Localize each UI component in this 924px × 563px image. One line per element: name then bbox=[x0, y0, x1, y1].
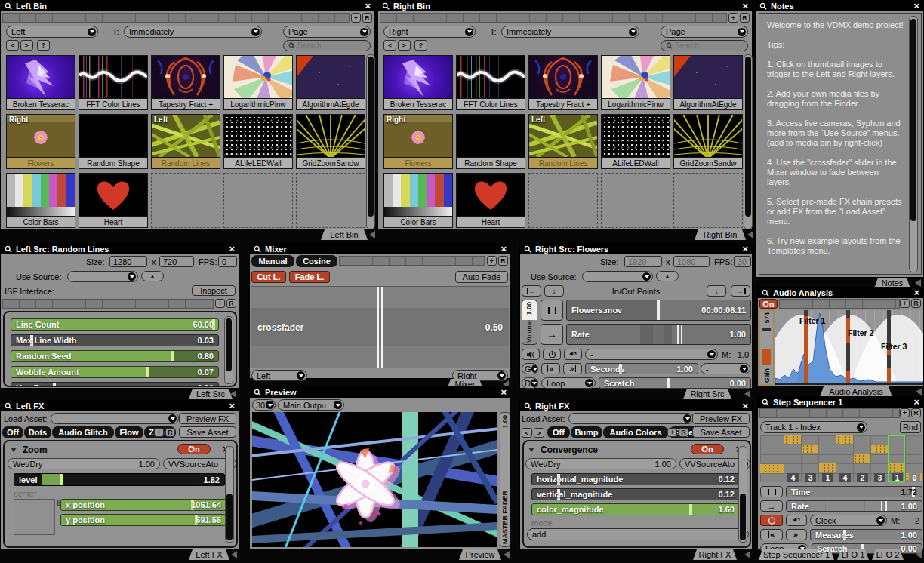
add-page-button[interactable]: + bbox=[728, 13, 738, 23]
color-magnitude-slider[interactable]: color_magnitude1.60 bbox=[531, 503, 740, 515]
next-page-button[interactable]: > bbox=[398, 40, 411, 51]
filter-2-label[interactable]: Filter 2 bbox=[848, 328, 873, 337]
add-page-button[interactable]: + bbox=[351, 13, 361, 23]
width-field[interactable]: 1920 bbox=[624, 256, 662, 267]
save-asset-button[interactable]: Save Asset bbox=[179, 426, 236, 438]
close-icon[interactable]: × bbox=[913, 289, 919, 297]
height-field[interactable]: 720 bbox=[159, 256, 194, 267]
search-input[interactable]: Search bbox=[661, 40, 748, 51]
prev-fx-preset-button[interactable]: < bbox=[522, 428, 532, 438]
crossfader-handle[interactable] bbox=[377, 287, 379, 368]
clock-sync-button[interactable] bbox=[543, 349, 561, 360]
collapse-triangle[interactable] bbox=[747, 231, 753, 238]
thumb-grid-zoom[interactable] bbox=[673, 114, 743, 158]
thumb-logarithmic-pinwheel[interactable] bbox=[223, 55, 293, 99]
crossfader-handle[interactable] bbox=[381, 287, 383, 368]
right-bin-window-tab[interactable]: Right Bin bbox=[695, 229, 746, 240]
add-preset-button[interactable]: + bbox=[900, 408, 910, 417]
clock-select[interactable]: Clock bbox=[810, 515, 887, 526]
next-step-button[interactable]: » bbox=[786, 529, 807, 540]
media-cell-triggered[interactable]: Left Random Lines bbox=[528, 114, 598, 169]
media-cell[interactable]: Heart bbox=[79, 173, 148, 228]
thumb-tapestry-fract[interactable] bbox=[528, 55, 598, 99]
thumb-algorithm-at-edge[interactable] bbox=[673, 55, 743, 99]
media-cell[interactable]: FFT Color Lines bbox=[79, 55, 148, 110]
use-source-select[interactable]: - bbox=[67, 271, 138, 282]
layer-select[interactable]: Right bbox=[383, 26, 476, 38]
set-out-button[interactable]: ↓ bbox=[707, 285, 726, 297]
left-bin-window-tab[interactable]: Left Bin bbox=[321, 229, 368, 240]
wobble-amount-slider[interactable]: Wobble Amount0.07 bbox=[11, 366, 219, 378]
close-icon[interactable]: × bbox=[742, 402, 748, 410]
loop-mode-button[interactable]: ↶ bbox=[564, 349, 582, 360]
movie-time-slider[interactable]: Flowers.mov 00:00:06.11 bbox=[566, 300, 751, 321]
expander-icon[interactable] bbox=[528, 448, 534, 452]
close-icon[interactable]: × bbox=[365, 2, 371, 10]
gain-slider[interactable]: 574 Gain bbox=[759, 310, 774, 385]
rename-preset-button[interactable]: R bbox=[911, 299, 921, 308]
next-fx-preset-button[interactable]: > bbox=[534, 428, 544, 438]
help-button[interactable]: ? bbox=[37, 40, 50, 51]
notes-scrollbar[interactable] bbox=[909, 16, 918, 272]
fx-preset-flow[interactable]: Flow bbox=[115, 426, 143, 438]
play-direction-button[interactable]: → bbox=[760, 500, 783, 512]
thumb-tapestry-fract[interactable] bbox=[151, 55, 220, 99]
auto-fade-button[interactable]: Auto Fade bbox=[455, 271, 508, 283]
media-cell[interactable]: AlgorithmAtEgde bbox=[673, 55, 743, 110]
beat-source-select[interactable]: - bbox=[701, 363, 750, 374]
horizontal-magnitude-slider[interactable]: horizontal_magnitude0.12 bbox=[531, 473, 740, 485]
close-icon[interactable]: × bbox=[500, 389, 507, 396]
add-preset-button[interactable]: + bbox=[215, 299, 225, 308]
close-icon[interactable]: × bbox=[742, 2, 748, 10]
height-field[interactable]: 1080 bbox=[673, 256, 710, 267]
scratch-slider[interactable]: Scratch0.00 bbox=[599, 377, 751, 389]
media-cell[interactable]: Color Bars bbox=[383, 173, 453, 228]
clock-sync-button[interactable] bbox=[760, 515, 783, 526]
next-page-button[interactable]: > bbox=[20, 40, 33, 51]
rename-preset-button[interactable]: R bbox=[226, 299, 236, 308]
rename-preset-button[interactable]: R bbox=[498, 256, 508, 266]
thumb-random-shape[interactable] bbox=[79, 114, 148, 158]
thumb-flowers[interactable]: Right bbox=[6, 114, 75, 158]
rename-preset-button[interactable]: R bbox=[679, 428, 688, 437]
left-fx-titlebar[interactable]: Left FX × bbox=[1, 401, 239, 411]
media-cell-triggered[interactable]: Right Flowers bbox=[6, 114, 75, 169]
line-count-slider[interactable]: Line Count60.00 bbox=[11, 318, 219, 331]
media-cell[interactable]: LogarithmicPinw bbox=[601, 55, 670, 110]
fx-on-button[interactable]: On bbox=[691, 444, 724, 454]
close-icon[interactable]: × bbox=[229, 402, 235, 410]
pause-button[interactable] bbox=[760, 486, 783, 497]
random-seed-slider[interactable]: Random Seed0.80 bbox=[11, 350, 219, 362]
add-preset-button[interactable]: + bbox=[154, 428, 164, 437]
layer-select[interactable]: Left bbox=[6, 26, 98, 38]
page-tab-strip[interactable] bbox=[380, 13, 727, 23]
fx-on-button[interactable]: On bbox=[177, 444, 211, 454]
thumb-alife-led-wall[interactable] bbox=[223, 114, 293, 158]
step-cell[interactable] bbox=[819, 463, 836, 472]
volume-slider[interactable]: 1.00 Volume bbox=[522, 300, 537, 345]
cut-left-button[interactable]: Cut L. bbox=[251, 271, 286, 283]
preview-viewport[interactable] bbox=[252, 412, 497, 547]
max-line-width-slider[interactable]: Max Line Width0.03 bbox=[11, 334, 219, 346]
fx-scrollbar[interactable] bbox=[738, 446, 747, 543]
bin-scrollbar[interactable] bbox=[366, 54, 375, 229]
play-direction-button[interactable]: → bbox=[541, 324, 563, 345]
jump-to-in-button[interactable]: ← bbox=[522, 285, 541, 297]
right-bin-titlebar[interactable]: Right Bin × bbox=[378, 1, 752, 11]
thumb-alife-led-wall[interactable] bbox=[601, 114, 670, 158]
audio-on-button[interactable]: On bbox=[759, 299, 778, 309]
close-icon[interactable]: × bbox=[500, 245, 507, 253]
right-fx-window-tab[interactable]: Right FX bbox=[693, 549, 737, 560]
measures-slider[interactable]: Measures1.00 bbox=[810, 529, 922, 540]
thumb-heart[interactable] bbox=[79, 173, 148, 217]
right-fx-titlebar[interactable]: Right FX × bbox=[520, 401, 752, 411]
fade-left-button[interactable]: Fade L. bbox=[289, 271, 330, 283]
pause-button[interactable] bbox=[541, 300, 563, 321]
eject-button[interactable]: ▲ bbox=[141, 271, 164, 282]
empty-media-slot[interactable] bbox=[601, 173, 670, 228]
close-icon[interactable]: × bbox=[742, 245, 748, 253]
thumb-broken-tesseract[interactable] bbox=[383, 55, 453, 99]
mute-button[interactable] bbox=[522, 349, 540, 360]
media-cell[interactable]: FFT Color Lines bbox=[456, 55, 525, 110]
step-seq-titlebar[interactable]: Step Sequencer 1 × bbox=[758, 397, 923, 408]
